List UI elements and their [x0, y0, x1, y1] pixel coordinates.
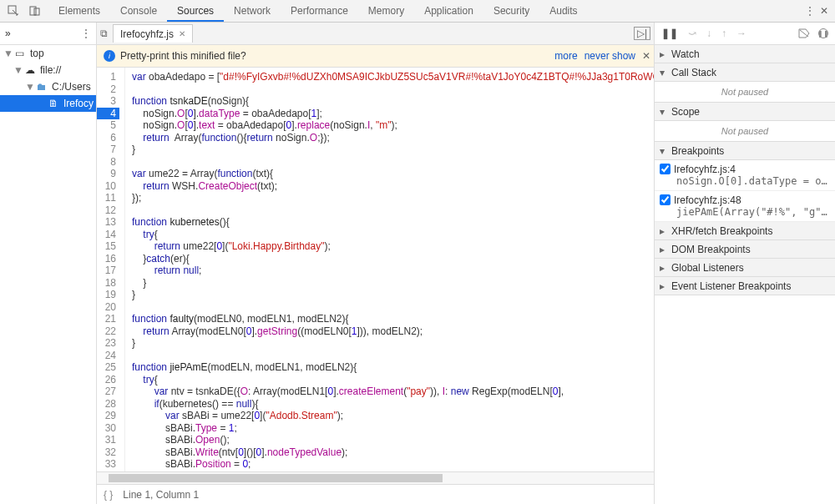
tab-memory[interactable]: Memory [358, 0, 414, 22]
breakpoint-item[interactable]: Irefocyhfz.js:48jiePAmE(Array("#!%", "g"… [655, 191, 835, 222]
callstack-panel[interactable]: ▾Call Stack [655, 63, 835, 82]
inspect-icon[interactable] [7, 4, 20, 18]
info-icon: i [104, 50, 115, 62]
tree-cusers[interactable]: ▼🖿C:/Users [0, 78, 96, 95]
status-bar: { } Line 1, Column 1 [97, 484, 654, 504]
step-icon[interactable]: → [736, 28, 746, 39]
more-link[interactable]: more [554, 50, 577, 62]
line-gutter[interactable]: 1234567891011121314151617181920212223242… [97, 68, 125, 471]
device-icon[interactable] [28, 4, 42, 18]
pause-icon[interactable]: ❚❚ [661, 28, 678, 39]
tab-security[interactable]: Security [483, 0, 539, 22]
xhr-panel[interactable]: ▸XHR/fetch Breakpoints [655, 222, 835, 240]
breakpoints-panel[interactable]: ▾Breakpoints [655, 142, 835, 160]
tree-file[interactable]: ▼☁file:// [0, 62, 96, 78]
breakpoint-item[interactable]: Irefocyhfz.js:4noSign.O[0].dataType = ob… [655, 160, 835, 191]
bp-checkbox[interactable] [660, 164, 671, 174]
bp-checkbox[interactable] [660, 194, 671, 205]
global-panel[interactable]: ▸Global Listeners [655, 259, 835, 277]
cloud-icon: ☁ [25, 64, 37, 76]
close-icon[interactable]: ✕ [820, 5, 828, 17]
event-panel[interactable]: ▸Event Listener Breakpoints [655, 277, 835, 295]
tab-audits[interactable]: Audits [539, 0, 587, 22]
pretty-print-icon[interactable]: { } [104, 489, 113, 501]
callstack-notpaused: Not paused [655, 82, 835, 103]
tab-performance[interactable]: Performance [281, 0, 358, 22]
code-area[interactable]: var obaAdedapo = ["d#!%FyIGxvb#!%dUZXh0M… [125, 68, 654, 471]
kebab-icon[interactable]: ⋮ [805, 5, 815, 17]
step-over-icon[interactable]: ⤻ [688, 28, 696, 39]
tab-elements[interactable]: Elements [48, 0, 110, 22]
cursor-position: Line 1, Column 1 [123, 489, 199, 501]
never-show-link[interactable]: never show [584, 50, 635, 62]
file-tabs-nav-icon[interactable]: ⧉ [100, 28, 108, 39]
scope-panel[interactable]: ▾Scope [655, 103, 835, 121]
run-snippet-icon[interactable]: ▷| [634, 27, 650, 40]
code-editor[interactable]: 1234567891011121314151617181920212223242… [97, 68, 654, 471]
scope-notpaused: Not paused [655, 121, 835, 142]
window-icon: ▭ [15, 48, 27, 59]
file-icon: 🗎 [48, 98, 60, 109]
file-tab-name: Irefocyhfz.js [120, 28, 174, 40]
main-toolbar: ElementsConsoleSourcesNetworkPerformance… [0, 0, 835, 23]
horizontal-scrollbar[interactable] [97, 471, 654, 484]
file-tab[interactable]: Irefocyhfz.js ✕ [113, 24, 193, 43]
tree-top[interactable]: ▼▭top [0, 45, 96, 62]
svg-rect-2 [34, 8, 39, 15]
nav-kebab-icon[interactable]: ⋮ [81, 28, 91, 39]
tree-selected-file[interactable]: 🗎Irefocy [0, 95, 96, 112]
file-tab-close-icon[interactable]: ✕ [179, 29, 185, 38]
tab-sources[interactable]: Sources [167, 0, 224, 22]
info-close-icon[interactable]: ✕ [642, 50, 650, 62]
watch-panel[interactable]: ▸Watch [655, 45, 835, 63]
tab-application[interactable]: Application [414, 0, 483, 22]
step-into-icon[interactable]: ↓ [706, 28, 711, 39]
panel-tabs: ElementsConsoleSourcesNetworkPerformance… [48, 0, 798, 22]
pause-exceptions-icon[interactable]: ❚❚ [818, 28, 828, 38]
debugger-panel: ❚❚ ⤻ ↓ ↑ → ❚❚ ▸Watch ▾Call Stack Not pau… [655, 23, 835, 504]
pretty-print-text: Pretty-print this minified file? [120, 50, 246, 62]
deactivate-bp-icon[interactable] [798, 28, 810, 38]
tab-console[interactable]: Console [110, 0, 167, 22]
navigator-panel: » ⋮ ▼▭top ▼☁file:// ▼🖿C:/Users 🗎Irefocy [0, 23, 97, 504]
tab-network[interactable]: Network [224, 0, 281, 22]
folder-icon: 🖿 [37, 81, 48, 93]
pretty-print-bar: i Pretty-print this minified file? more … [97, 45, 654, 68]
nav-more-icon[interactable]: » [5, 28, 11, 39]
dom-panel[interactable]: ▸DOM Breakpoints [655, 240, 835, 259]
code-panel: ⧉ Irefocyhfz.js ✕ ▷| i Pretty-print this… [97, 23, 655, 504]
step-out-icon[interactable]: ↑ [721, 28, 726, 39]
